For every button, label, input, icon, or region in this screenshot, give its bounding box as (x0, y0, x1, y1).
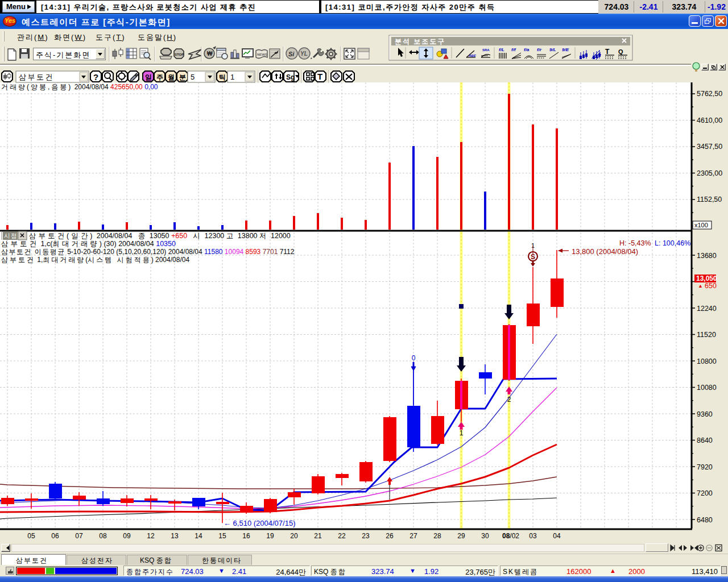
svg-text:13680: 13680 (697, 252, 717, 260)
svg-text:12240: 12240 (697, 305, 717, 313)
svg-text:2305,00: 2305,00 (697, 169, 722, 177)
svg-text:?: ? (93, 72, 98, 82)
svg-text:19: 19 (266, 532, 274, 540)
svg-text:YL: YL (300, 51, 308, 57)
svg-text:12: 12 (147, 532, 155, 540)
svg-text:13,050: 13,050 (696, 275, 717, 282)
svg-text:650: 650 (705, 282, 717, 290)
svg-text:15: 15 (218, 532, 226, 540)
svg-text:← 6,510 (2004/07/15): ← 6,510 (2004/07/15) (224, 519, 295, 527)
svg-text:f/a: f/a (524, 47, 530, 52)
svg-text:14: 14 (195, 532, 202, 540)
svg-text:주: 주 (156, 73, 163, 81)
svg-text:일: 일 (145, 73, 152, 81)
svg-text:SRA: SRA (482, 48, 490, 52)
svg-text:삼부토건(일간) 2004/08/04 종 13050: 삼부토건(일간) 2004/08/04 종 13050 +650 시 12300… (29, 232, 291, 240)
svg-text:1152,50: 1152,50 (697, 196, 722, 203)
svg-text:▲: ▲ (698, 283, 703, 289)
svg-text:삼부토건 이동평균 5-10-20-60-120 (5,10: 삼부토건 이동평균 5-10-20-60-120 (5,10,20,60,120… (1, 248, 295, 256)
svg-text:NEWS: NEWS (257, 53, 267, 56)
svg-text:f/r: f/r (537, 47, 542, 52)
svg-text:T: T (605, 48, 610, 56)
svg-text:03: 03 (529, 532, 537, 540)
svg-text:3457,50: 3457,50 (697, 143, 722, 151)
svg-text:₩: ₩ (207, 51, 213, 57)
svg-text:H: -5,43%: H: -5,43% (619, 239, 651, 247)
svg-text:06: 06 (51, 532, 59, 540)
svg-text:2: 2 (507, 396, 511, 404)
svg-text:1: 1 (460, 429, 464, 437)
svg-text:8640: 8640 (697, 436, 713, 444)
svg-text:삼부토건 1,최대거래량(시스템 시험적용) 2004/08: 삼부토건 1,최대거래량(시스템 시험적용) 2004/08/04 (1, 256, 189, 264)
svg-text:30: 30 (481, 532, 489, 540)
svg-text:09: 09 (123, 532, 131, 540)
svg-text:10080: 10080 (697, 384, 717, 392)
svg-text:13,800 (2004/08/04): 13,800 (2004/08/04) (572, 247, 638, 256)
svg-text:05: 05 (27, 532, 35, 540)
svg-text:20: 20 (290, 532, 298, 540)
svg-text:T: T (317, 72, 322, 81)
svg-text:분: 분 (179, 73, 186, 81)
svg-text:9/L: 9/L (549, 47, 556, 52)
svg-text:0: 0 (412, 354, 416, 362)
svg-text:거래량(양봉,음봉) 2004/08/04 425650,0: 거래량(양봉,음봉) 2004/08/04 425650,00 0,00 (1, 83, 158, 91)
svg-text:1: 1 (230, 73, 234, 81)
svg-text:28: 28 (433, 532, 441, 540)
svg-text:21: 21 (314, 532, 322, 540)
svg-text:16: 16 (242, 532, 250, 540)
svg-text:Sg: Sg (286, 73, 295, 81)
svg-text:27: 27 (410, 532, 417, 540)
svg-text:삼부토건 1,c(최대거래량) (30) 2004/08/0: 삼부토건 1,c(최대거래량) (30) 2004/08/04 10350 (1, 240, 176, 248)
svg-text:f/L: f/L (499, 47, 504, 52)
svg-text:STOP: STOP (175, 53, 184, 56)
svg-text:08: 08 (99, 532, 107, 540)
svg-text:Si: Si (288, 51, 295, 57)
svg-text:7920: 7920 (697, 463, 713, 471)
svg-text:월: 월 (168, 73, 175, 81)
svg-text:삼부토건: 삼부토건 (19, 73, 54, 81)
svg-text:6480: 6480 (697, 516, 713, 524)
svg-text:13: 13 (171, 532, 179, 540)
svg-text:26: 26 (386, 532, 394, 540)
svg-text:9/E: 9/E (562, 47, 569, 52)
svg-text:10800: 10800 (697, 357, 717, 365)
svg-text:틱: 틱 (219, 73, 226, 81)
svg-text:분석 보조도구: 분석 보조도구 (395, 38, 445, 45)
svg-text:11520: 11520 (697, 331, 716, 339)
svg-text:x100: x100 (694, 222, 708, 228)
svg-text:L: 100,46%: L: 100,46% (655, 239, 690, 247)
svg-text:07: 07 (75, 532, 83, 540)
svg-text:4610,00: 4610,00 (697, 117, 722, 124)
svg-text:23: 23 (362, 532, 370, 540)
svg-text:f/f: f/f (511, 47, 516, 52)
svg-text:시점: 시점 (4, 232, 18, 239)
svg-text:22: 22 (338, 532, 346, 540)
svg-text:5: 5 (191, 73, 195, 81)
svg-text:7200: 7200 (697, 489, 713, 497)
svg-text:S: S (531, 253, 535, 261)
svg-text:9360: 9360 (697, 410, 713, 418)
svg-text:Q: Q (618, 48, 623, 55)
svg-text:04: 04 (553, 532, 561, 540)
svg-text:29: 29 (457, 532, 465, 540)
svg-text:ABE: ABE (468, 54, 477, 57)
svg-text:08/02: 08/02 (502, 532, 519, 540)
svg-text:5762,50: 5762,50 (697, 90, 722, 98)
